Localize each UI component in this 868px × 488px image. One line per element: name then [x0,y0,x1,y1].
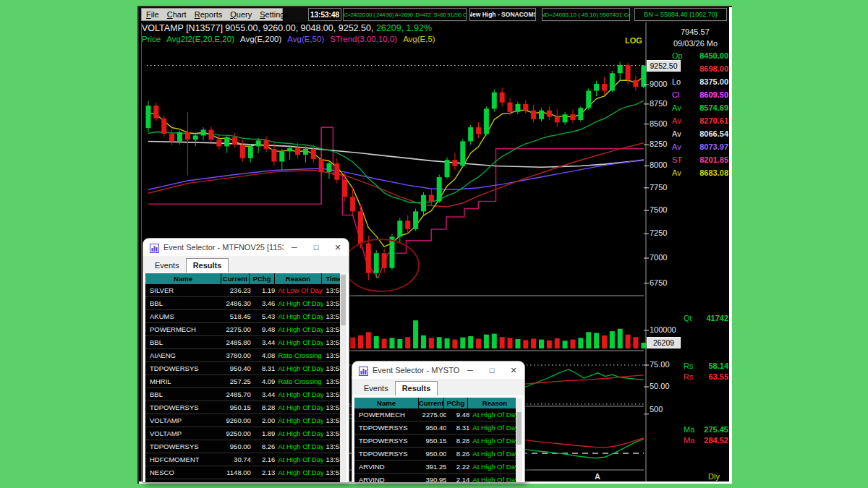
table-row[interactable]: VOLTAMP9260.002.00At High Of Day13:53:4 [145,414,346,427]
table-row[interactable]: SILVER236.231.19At Low Of Day13:53:4 [145,284,346,297]
maximize-button[interactable]: □ [481,361,503,379]
screen: { "menu": { "items": ["File","Chart","Re… [0,0,868,488]
tab-results[interactable]: Results [186,258,229,273]
cell-name: SUNDRMFAST [145,481,224,482]
cell-reason: At High Of Day [469,411,522,419]
cell-pchg: 1.19 [251,286,276,294]
periodicity-label[interactable]: Dly [708,472,720,481]
candle-body [382,253,387,268]
candle-body [350,197,355,211]
table-row[interactable]: ARVIND391.252.22At High Of Day [354,461,522,474]
legend-avg2i2-e-20-e-20-: Avg2I2(E,20,E,20) [166,35,234,43]
table-row[interactable]: TDPOWERSYS950.408.31At High Of Day [354,421,522,435]
table-row[interactable]: SUNDRMFAST805.353.14At High Of Day13:53:… [145,479,346,482]
candle-body [185,132,190,140]
tab-results[interactable]: Results [395,381,438,395]
menu-item-file[interactable]: File [146,10,159,19]
price-tick-label: 7750 [650,183,667,192]
column-header-current[interactable]: Current [221,273,249,284]
menu-item-settings[interactable]: Settings [260,10,289,19]
rsi-value-0: 58.14 [685,361,728,370]
cell-name: MHRIL [145,377,224,385]
volume-bar [626,335,631,348]
table-row[interactable]: NESCO1148.002.13At High Of Day13:53:4 [145,466,346,479]
table-row[interactable]: TDPOWERSYS950.008.26At High Of Day13:53:… [145,440,346,453]
candle-body [531,111,536,119]
table-row[interactable]: BBL2486.303.46At High Of Day13:53:4 [145,297,346,310]
volume-bar [586,332,591,348]
menu-item-chart[interactable]: Chart [167,10,187,19]
column-header-current[interactable]: Current [419,398,443,408]
volume-bar [405,337,410,348]
legend-strend-3-00-10-0-: STrend(3.00,10,0) [330,35,397,43]
tab-events[interactable]: Events [148,259,186,273]
cell-current: 950.00 [224,442,250,450]
quote-label-av-6: Av [672,129,681,138]
table-row[interactable]: POWERMECH2275.009.48At High Of Day [354,408,522,421]
table-row[interactable]: POWERMECH2275.009.48At High Of Day13:53:… [145,323,346,336]
table-row[interactable]: BBL2485.703.44At High Of Day13:53:4 [145,388,346,401]
table-row[interactable]: MHRIL257.254.09Rate Crossing Abo13:53:4 [145,375,346,388]
column-header-name[interactable]: Name [354,398,418,408]
tab-events[interactable]: Events [357,382,395,395]
window-titlebar[interactable]: Event Selector - MYSTOCKS [141 scri...─□… [352,361,524,379]
candle-body [421,195,426,212]
column-header-pchg[interactable]: PChg [444,398,467,408]
volume-bar [515,339,520,348]
table-row[interactable]: TDPOWERSYS950.158.28At High Of Day13:53:… [145,401,346,414]
column-header-reason[interactable]: Reason [468,398,522,408]
column-header-reason[interactable]: Reason [275,273,321,284]
cell-name: TDPOWERSYS [354,424,422,432]
indicator-legend: PriceAvg2I2(E,20,E,20)Avg(E,200)Avg(E,50… [142,35,441,46]
candle-body [468,127,473,141]
avg2i2-red-line [148,143,644,207]
cell-name: VOLTAMP [145,416,224,424]
menu-item-reports[interactable]: Reports [195,10,223,19]
close-button[interactable]: ✕ [327,239,349,256]
quote-label-st-8: ST [672,155,682,164]
candle-body [334,163,339,180]
candle-body [271,149,276,162]
column-header-name[interactable]: Name [145,273,221,284]
table-row[interactable]: VOLTAMP9250.001.89At High Of Day13:53:4 [145,427,346,440]
minimize-button[interactable]: ─ [459,361,481,379]
cell-pchg: 8.31 [446,424,469,432]
vertical-scrollbar[interactable] [516,398,522,482]
candle-body [563,114,568,122]
volume-bar [389,338,394,348]
column-header-pchg[interactable]: PChg [250,273,274,284]
table-row[interactable]: TDPOWERSYS950.158.28At High Of Day [354,435,522,448]
quote-label-av-5: Av [672,116,681,125]
candle-body [476,127,481,134]
candle-body [327,163,332,172]
table-row[interactable]: AKUMS518.455.43At High Of Day13:53:4 [145,310,346,323]
table-row[interactable]: AIAENG3780.004.08Rate Crossing Abo13:53:… [145,349,346,362]
menu: FileChartReportsQuerySettings [141,8,283,21]
cell-name: VOLTAMP [145,429,224,437]
scrollbar-thumb[interactable] [341,275,346,325]
candle-body [460,141,465,166]
table-row[interactable]: TDPOWERSYS950.008.26At High Of Day [354,448,522,461]
maximize-button[interactable]: □ [305,239,327,256]
close-button[interactable]: ✕ [503,361,524,379]
window-titlebar[interactable]: Event Selector - MTFNOV25 [1153 scrips]─… [143,239,349,256]
table-row[interactable]: ARVIND390.952.14At High Of Day [354,474,522,482]
table-row[interactable]: HDFCMOMENT30.742.16At High Of Day13:53:4 [145,453,346,466]
vertical-scrollbar[interactable] [340,273,346,482]
quote-label-cl-3: Cl [672,90,679,99]
scrollbar-thumb[interactable] [516,412,522,445]
cell-current: 257.25 [224,377,250,385]
minimize-button[interactable]: ─ [284,239,305,256]
volume-bar [555,338,560,348]
menu-item-query[interactable]: Query [230,10,252,19]
current-volume-box: 26209 [647,337,681,348]
candle-body [594,84,599,91]
candle-body [618,65,623,73]
window-title: Event Selector - MTFNOV25 [1153 scrips] [163,243,284,252]
table-row[interactable]: BBL2485.803.44At High Of Day13:53:4 [145,336,346,349]
cell-reason: At High Of Day [469,437,522,445]
price-tick-label: 8250 [650,140,667,148]
table-row[interactable]: TDPOWERSYS950.408.31At High Of Day13:53:… [145,362,346,375]
volume-bar [492,334,497,348]
candle-body [508,103,513,112]
